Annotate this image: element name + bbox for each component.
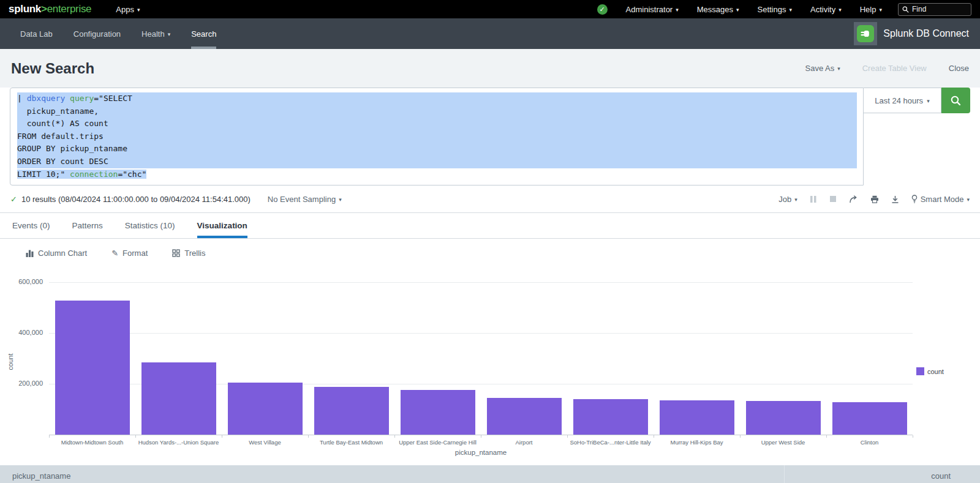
export-download-button[interactable]	[891, 195, 899, 203]
page-header-actions: Save As ▾ Create Table View Close	[805, 64, 969, 73]
find-input[interactable]	[912, 5, 967, 13]
event-sampling-label: No Event Sampling	[268, 195, 336, 204]
chart-legend[interactable]: count	[916, 367, 944, 375]
apps-menu[interactable]: Apps ▾	[116, 5, 140, 14]
page-title: New Search	[11, 60, 94, 77]
nav-item-data-lab[interactable]: Data Lab	[10, 18, 63, 49]
search-mode-dropdown[interactable]: Smart Mode ▾	[911, 195, 970, 204]
chart-bar[interactable]	[314, 387, 389, 435]
help-menu[interactable]: Help ▾	[860, 5, 882, 14]
tab-events[interactable]: Events (0)	[12, 213, 50, 238]
x-axis-category-label: Midtown-Midtown South	[49, 439, 135, 446]
x-axis-tick	[222, 435, 222, 438]
caret-down-icon: ▾	[339, 197, 342, 203]
activity-menu[interactable]: Activity ▾	[810, 5, 842, 14]
save-as-button[interactable]: Save As ▾	[805, 64, 840, 73]
find-search-box[interactable]	[898, 3, 971, 16]
apps-menu-label: Apps	[116, 5, 134, 14]
x-axis-tick	[308, 435, 309, 438]
nav-item-label: Configuration	[74, 29, 121, 39]
run-search-button[interactable]	[941, 88, 970, 113]
administrator-menu-label: Administrator	[626, 5, 673, 14]
results-count-text: 10 results (08/04/2024 11:00:00.000 to 0…	[21, 195, 251, 204]
print-button[interactable]	[870, 195, 879, 203]
x-axis-tick	[913, 435, 913, 438]
create-table-view-button[interactable]: Create Table View	[862, 64, 927, 73]
query-line: LIMIT 10;" connection="chc"	[17, 168, 857, 181]
job-menu-label: Job	[778, 195, 791, 204]
chart-bar[interactable]	[401, 390, 475, 435]
nav-item-label: Search	[191, 29, 216, 39]
logo-splunk-text: splunk	[9, 3, 41, 15]
messages-menu-label: Messages	[697, 5, 733, 14]
lightbulb-icon	[911, 195, 918, 203]
check-icon: ✓	[600, 6, 605, 13]
x-axis-category-label: Hudson Yards-...-Union Square	[135, 439, 222, 446]
x-axis-tick	[567, 435, 568, 438]
x-axis-category-label: Turtle Bay-East Midtown	[308, 439, 394, 446]
column-header-count[interactable]: count	[784, 465, 980, 483]
caret-down-icon: ▾	[789, 7, 792, 13]
column-chart: count pickup_ntaname count 200,000400,00…	[0, 268, 980, 465]
health-status-icon[interactable]: ✓	[597, 4, 608, 15]
chart-bar[interactable]	[55, 301, 130, 435]
messages-menu[interactable]: Messages ▾	[697, 5, 739, 14]
splunk-logo[interactable]: splunk>enterprise	[9, 3, 91, 15]
settings-menu[interactable]: Settings ▾	[758, 5, 793, 14]
chart-bar[interactable]	[746, 401, 821, 435]
share-button[interactable]	[849, 195, 858, 203]
chart-bar[interactable]	[660, 400, 734, 435]
chart-type-button[interactable]: Column Chart	[26, 249, 87, 258]
x-axis-tick	[49, 435, 50, 438]
format-button[interactable]: ✎ Format	[111, 249, 148, 258]
tab-visualization[interactable]: Visualization	[197, 213, 247, 238]
caret-down-icon: ▾	[927, 99, 930, 104]
job-menu[interactable]: Job ▾	[778, 195, 797, 204]
x-axis-category-label: SoHo-TriBeCa-...nter-Little Italy	[567, 439, 654, 446]
chart-bar[interactable]	[228, 383, 303, 435]
logo-product-text: enterprise	[47, 3, 92, 15]
nav-item-health[interactable]: Health ▾	[131, 18, 181, 49]
x-axis-category-label: West Village	[222, 439, 308, 446]
search-query[interactable]: | dbxquery query="SELECT pickup_ntaname,…	[10, 88, 864, 185]
administrator-menu[interactable]: Administrator ▾	[626, 5, 679, 14]
tab-patterns[interactable]: Patterns	[72, 213, 103, 238]
time-range-label: Last 24 hours	[875, 96, 923, 105]
results-check-icon: ✓	[10, 195, 17, 204]
caret-down-icon: ▾	[137, 7, 140, 13]
x-axis-tick	[135, 435, 136, 438]
y-axis-tick-label: 600,000	[0, 278, 43, 285]
chart-bar[interactable]	[573, 399, 648, 435]
save-as-label: Save As	[805, 64, 834, 73]
tab-statistics[interactable]: Statistics (10)	[125, 213, 175, 238]
chart-bar[interactable]	[487, 398, 562, 435]
caret-down-icon: ▾	[967, 197, 970, 203]
trellis-button[interactable]: Trellis	[172, 249, 205, 258]
y-axis-tick-label: 200,000	[0, 380, 43, 387]
query-line: FROM default.trips	[17, 130, 857, 143]
nav-item-search[interactable]: Search	[181, 18, 227, 49]
results-tabs: Events (0) Patterns Statistics (10) Visu…	[0, 213, 980, 239]
app-nav-bar: Data Lab Configuration Health ▾ Search S…	[0, 18, 980, 49]
caret-down-icon: ▾	[736, 7, 739, 13]
column-chart-icon	[26, 250, 34, 257]
db-connect-plug-icon	[857, 25, 874, 42]
chart-bar[interactable]	[832, 402, 907, 435]
column-header-pickup-ntaname[interactable]: pickup_ntaname	[0, 465, 784, 483]
x-axis-category-label: Upper West Side	[740, 439, 826, 446]
tab-label: Events (0)	[12, 221, 50, 230]
caret-down-icon: ▾	[839, 7, 842, 13]
format-label: Format	[123, 249, 148, 258]
chart-bar[interactable]	[141, 362, 216, 435]
nav-item-configuration[interactable]: Configuration	[63, 18, 131, 49]
close-button[interactable]: Close	[949, 64, 969, 73]
time-range-picker[interactable]: Last 24 hours ▾	[864, 88, 941, 113]
statistics-table-header: pickup_ntaname count	[0, 465, 980, 483]
x-axis-tick	[826, 435, 827, 438]
stop-button[interactable]	[829, 195, 837, 203]
pause-button[interactable]	[810, 195, 817, 203]
event-sampling-dropdown[interactable]: No Event Sampling ▾	[268, 195, 342, 204]
help-menu-label: Help	[860, 5, 876, 14]
gridline	[49, 282, 913, 283]
nav-item-label: Data Lab	[20, 29, 53, 39]
